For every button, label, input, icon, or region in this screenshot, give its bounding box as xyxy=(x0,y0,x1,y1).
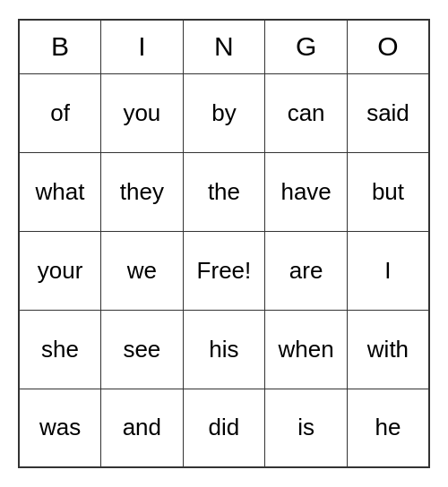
header-cell-g: G xyxy=(265,20,348,73)
bingo-cell-4-4: he xyxy=(347,389,429,467)
bingo-cell-0-1: you xyxy=(101,73,184,152)
bingo-cell-3-2: his xyxy=(183,310,265,389)
bingo-cell-3-0: she xyxy=(19,310,101,389)
header-row: BINGO xyxy=(19,20,429,73)
bingo-cell-2-4: I xyxy=(347,231,429,310)
bingo-card: BINGO ofyoubycansaidwhattheythehavebutyo… xyxy=(18,19,430,468)
bingo-cell-0-4: said xyxy=(347,73,429,152)
bingo-row-2: yourweFree!areI xyxy=(19,231,429,310)
bingo-cell-3-3: when xyxy=(265,310,348,389)
bingo-body: ofyoubycansaidwhattheythehavebutyourweFr… xyxy=(19,73,429,467)
bingo-cell-3-4: with xyxy=(347,310,429,389)
bingo-row-0: ofyoubycansaid xyxy=(19,73,429,152)
bingo-cell-4-3: is xyxy=(265,389,348,467)
bingo-cell-4-2: did xyxy=(183,389,265,467)
bingo-cell-1-1: they xyxy=(101,152,184,231)
bingo-cell-2-0: your xyxy=(19,231,101,310)
bingo-cell-3-1: see xyxy=(101,310,184,389)
bingo-row-3: sheseehiswhenwith xyxy=(19,310,429,389)
bingo-cell-4-1: and xyxy=(101,389,184,467)
bingo-cell-0-2: by xyxy=(183,73,265,152)
bingo-cell-4-0: was xyxy=(19,389,101,467)
header-cell-n: N xyxy=(183,20,265,73)
bingo-cell-1-4: but xyxy=(347,152,429,231)
header-cell-i: I xyxy=(101,20,184,73)
bingo-cell-2-3: are xyxy=(265,231,348,310)
header-cell-o: O xyxy=(347,20,429,73)
bingo-row-4: wasanddidishe xyxy=(19,389,429,467)
bingo-cell-1-3: have xyxy=(265,152,348,231)
bingo-cell-2-1: we xyxy=(101,231,184,310)
header-cell-b: B xyxy=(19,20,101,73)
bingo-cell-2-2: Free! xyxy=(183,231,265,310)
bingo-cell-0-3: can xyxy=(265,73,348,152)
bingo-row-1: whattheythehavebut xyxy=(19,152,429,231)
bingo-cell-1-2: the xyxy=(183,152,265,231)
bingo-cell-0-0: of xyxy=(19,73,101,152)
bingo-cell-1-0: what xyxy=(19,152,101,231)
